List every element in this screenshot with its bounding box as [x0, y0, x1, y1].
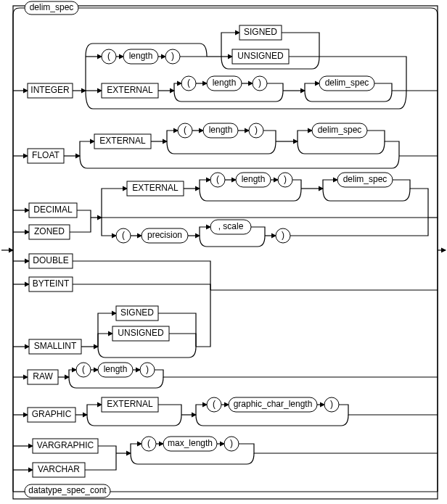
kw-integer: INTEGER	[30, 85, 70, 95]
kw-smallint: SMALLINT	[34, 341, 77, 351]
rparen-icon-4: )	[284, 174, 287, 184]
lparen-icon-5: (	[122, 230, 125, 240]
nt-length-5: length	[104, 364, 128, 374]
rparen-icon-2: )	[258, 78, 261, 88]
nt-graphic-char-length: graphic_char_length	[234, 399, 313, 409]
nt-length-1: length	[129, 51, 153, 61]
kw-unsigned-1: UNSIGNED	[237, 51, 284, 61]
nt-delim-spec-2: delim_spec	[318, 125, 362, 135]
lparen-icon-2: (	[187, 78, 190, 88]
nt-scale: , scale	[218, 221, 244, 231]
nt-delim-spec-title: delim_spec	[25, 1, 78, 15]
branch-float: FLOAT EXTERNAL ( length ) delim_spec	[13, 123, 438, 168]
title-text: delim_spec	[30, 2, 74, 12]
kw-external-3: EXTERNAL	[132, 183, 179, 193]
nt-delim-spec-1: delim_spec	[325, 78, 369, 88]
branch-smallint: SMALLINT SIGNED UNSIGNED	[13, 290, 438, 358]
kw-external-2: EXTERNAL	[99, 136, 146, 146]
lparen-icon-4: (	[216, 174, 219, 184]
rparen-icon-5: )	[282, 230, 284, 240]
syntax-diagram: delim_spec INTEGER ( length )	[0, 0, 447, 504]
kw-unsigned-2: UNSIGNED	[118, 328, 164, 338]
nt-length-2: length	[213, 78, 237, 88]
footer-text: datatype_spec_cont	[28, 485, 107, 495]
kw-external-1: EXTERNAL	[107, 85, 153, 95]
kw-signed-1: SIGNED	[244, 27, 277, 37]
rparen-icon: )	[171, 51, 174, 61]
kw-signed-2: SIGNED	[120, 307, 154, 318]
branch-integer: INTEGER ( length )	[13, 25, 438, 109]
rparen-icon-8: )	[230, 438, 233, 448]
nt-max-length: max_length	[168, 438, 213, 448]
kw-graphic: GRAPHIC	[32, 409, 72, 419]
branch-vargraphic-varchar: VARGRAPHIC VARCHAR ( max_length )	[13, 437, 438, 477]
nt-datatype-spec-cont: datatype_spec_cont	[13, 484, 438, 497]
kw-float: FLOAT	[32, 150, 60, 160]
branch-graphic: GRAPHIC EXTERNAL ( graphic_char_length )	[13, 397, 438, 426]
lparen-icon-8: (	[147, 438, 150, 448]
lparen-icon-3: (	[184, 125, 186, 135]
kw-raw: RAW	[33, 371, 53, 381]
branch-byteint: BYTEINT	[13, 277, 210, 292]
lparen-icon-7: (	[213, 399, 216, 409]
rparen-icon-7: )	[330, 399, 333, 409]
kw-external-4: EXTERNAL	[107, 399, 153, 409]
branch-raw: RAW ( length )	[13, 363, 438, 388]
nt-length-3: length	[209, 125, 233, 135]
kw-vargraphic: VARGRAPHIC	[37, 440, 94, 450]
rparen-icon-6: )	[146, 364, 149, 374]
kw-double: DOUBLE	[33, 255, 68, 265]
kw-varchar: VARCHAR	[38, 464, 80, 474]
kw-zoned: ZONED	[34, 226, 65, 236]
lparen-icon-6: (	[82, 364, 85, 374]
nt-precision: precision	[147, 230, 182, 240]
lparen-icon: (	[107, 51, 110, 61]
kw-decimal: DECIMAL	[33, 205, 73, 215]
nt-length-4: length	[242, 174, 266, 184]
branch-decimal-zoned: DECIMAL ZONED EXTERNAL ( length ) delim_…	[13, 173, 438, 247]
kw-byteint: BYTEINT	[33, 278, 70, 289]
rparen-icon-3: )	[255, 125, 258, 135]
nt-delim-spec-3: delim_spec	[343, 174, 387, 184]
